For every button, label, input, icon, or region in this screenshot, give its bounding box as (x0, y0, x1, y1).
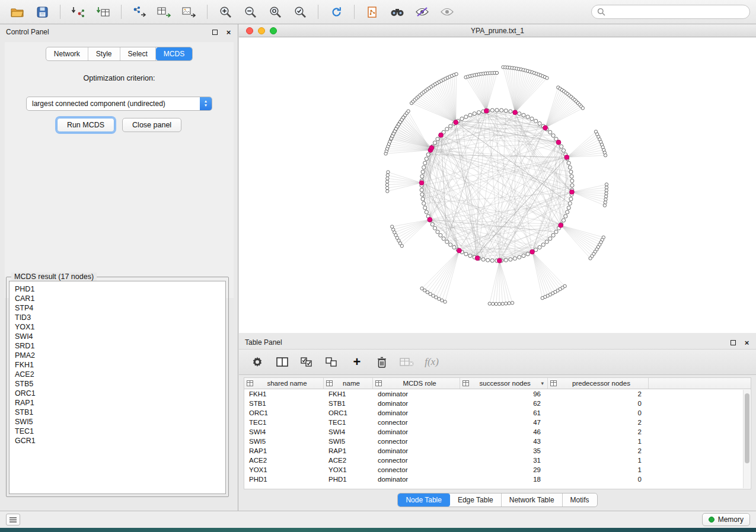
column-header-predecessor-nodes[interactable]: predecessor nodes (548, 378, 649, 389)
float-panel-icon[interactable] (730, 339, 736, 346)
node-table: shared name name MCDS role (244, 377, 751, 489)
mcds-result-item[interactable]: ORC1 (15, 389, 225, 398)
close-panel-button[interactable]: Close panel (122, 118, 181, 132)
show-all-button[interactable] (436, 3, 458, 21)
maximize-window-icon[interactable] (270, 27, 277, 34)
cell-name: RAP1 (324, 446, 373, 456)
tab-network-table[interactable]: Network Table (502, 493, 563, 507)
column-header-name[interactable]: name (324, 378, 373, 389)
table-row[interactable]: PHD1 PHD1 dominator 18 0 (244, 475, 751, 484)
scrollbar-thumb[interactable] (745, 393, 749, 463)
mcds-result-item[interactable]: TEC1 (15, 427, 225, 436)
tab-edge-table[interactable]: Edge Table (450, 493, 502, 507)
mcds-result-item[interactable]: STB1 (15, 408, 225, 417)
column-header-successor-nodes[interactable]: successor nodes ▾ (460, 378, 548, 389)
close-window-icon[interactable] (246, 27, 253, 34)
task-history-button[interactable] (6, 514, 20, 525)
hide-selected-button[interactable] (411, 3, 433, 21)
mcds-result-title: MCDS result (17 nodes) (11, 273, 97, 281)
add-column-button[interactable]: + (349, 354, 365, 370)
table-row[interactable]: FKH1 FKH1 dominator 96 2 (244, 389, 751, 399)
find-button[interactable] (386, 3, 409, 21)
tab-style[interactable]: Style (88, 47, 120, 60)
table-panel-title: Table Panel (245, 338, 282, 347)
control-panel: Control Panel × Network Style Select MCD… (0, 24, 238, 511)
table-row[interactable]: SWI5 SWI5 connector 43 1 (244, 437, 751, 446)
mcds-result-item[interactable]: YOX1 (15, 322, 225, 332)
tab-select[interactable]: Select (120, 47, 156, 60)
clone-network-button[interactable] (361, 3, 384, 21)
export-network-button[interactable] (128, 3, 151, 21)
mcds-result-item[interactable]: PHD1 (15, 284, 225, 294)
deselect-all-rows-button[interactable] (324, 354, 340, 370)
cell-successor-nodes: 18 (460, 475, 548, 484)
memory-button[interactable]: Memory (702, 513, 750, 526)
save-session-button[interactable] (31, 3, 53, 21)
window-traffic-lights (246, 27, 277, 34)
mcds-result-item[interactable]: SWI5 (15, 417, 225, 427)
refresh-button[interactable] (325, 3, 347, 21)
table-panel: Table Panel × (239, 335, 756, 511)
mcds-result-item[interactable]: SWI4 (15, 332, 225, 341)
mcds-result-groupbox: MCDS result (17 nodes) PHD1 CAR1 STP4 TI… (6, 277, 229, 497)
cell-filler (649, 408, 751, 418)
import-network-button[interactable] (67, 3, 90, 21)
zoom-in-button[interactable] (214, 3, 237, 21)
run-mcds-button[interactable]: Run MCDS (57, 118, 114, 132)
mcds-result-item[interactable]: GCR1 (15, 436, 225, 446)
search-box[interactable] (591, 5, 750, 19)
cell-predecessor-nodes: 2 (548, 389, 649, 399)
zoom-selected-button[interactable] (289, 3, 311, 21)
mcds-result-item[interactable]: STP4 (15, 303, 225, 313)
tab-network[interactable]: Network (46, 47, 88, 60)
column-header-mcds-role[interactable]: MCDS role (373, 378, 460, 389)
table-vertical-scrollbar[interactable] (743, 390, 750, 488)
mcds-result-item[interactable]: ACE2 (15, 370, 225, 379)
table-row[interactable]: STB1 STB1 dominator 62 0 (244, 399, 751, 408)
mcds-result-item[interactable]: TID3 (15, 313, 225, 322)
table-row[interactable]: ORC1 ORC1 dominator 61 0 (244, 408, 751, 418)
mcds-result-item[interactable]: STB5 (15, 379, 225, 389)
zoom-out-button[interactable] (239, 3, 261, 21)
table-row[interactable]: YOX1 YOX1 connector 29 1 (244, 465, 751, 475)
table-row[interactable]: RAP1 RAP1 dominator 35 2 (244, 446, 751, 456)
cell-name: ORC1 (324, 408, 373, 418)
mcds-result-item[interactable]: RAP1 (15, 398, 225, 408)
cell-successor-nodes: 35 (460, 446, 548, 456)
tab-mcds[interactable]: MCDS (156, 47, 192, 60)
zoom-fit-button[interactable] (264, 3, 286, 21)
table-settings-button[interactable] (250, 354, 265, 370)
column-header-icon (550, 380, 557, 386)
delete-column-button[interactable] (374, 354, 390, 370)
mcds-result-list[interactable]: PHD1 CAR1 STP4 TID3 YOX1 SWI4 SRD1 PMA2 … (9, 281, 226, 494)
mcds-result-item[interactable]: PMA2 (15, 351, 225, 360)
close-panel-icon[interactable]: × (744, 339, 750, 346)
import-table-button[interactable] (92, 3, 114, 21)
close-panel-icon[interactable]: × (225, 29, 232, 36)
columns-icon (276, 357, 288, 367)
table-row[interactable]: TEC1 TEC1 connector 47 2 (244, 418, 751, 427)
mcds-result-item[interactable]: CAR1 (15, 294, 225, 303)
table-row[interactable]: ACE2 ACE2 connector 31 1 (244, 456, 751, 465)
float-panel-icon[interactable] (212, 29, 218, 36)
table-row[interactable]: SWI4 SWI4 dominator 46 2 (244, 427, 751, 437)
tab-motifs[interactable]: Motifs (563, 493, 597, 507)
column-header-shared-name[interactable]: shared name (244, 378, 324, 389)
export-table-button[interactable] (153, 3, 176, 21)
mcds-result-item[interactable]: SRD1 (15, 341, 225, 351)
tab-node-table[interactable]: Node Table (398, 493, 450, 507)
network-canvas[interactable] (239, 37, 756, 333)
show-columns-button[interactable] (275, 354, 290, 370)
search-input[interactable] (609, 7, 744, 17)
cell-name: STB1 (324, 399, 373, 408)
toolbar-separator (207, 5, 208, 19)
column-header-icon (375, 380, 382, 386)
network-graph[interactable] (239, 37, 756, 333)
open-file-button[interactable] (6, 3, 28, 21)
mcds-result-item[interactable]: FKH1 (15, 360, 225, 370)
network-window-titlebar[interactable]: YPA_prune.txt_1 (239, 24, 756, 37)
optimization-criterion-dropdown[interactable]: largest connected component (undirected)… (26, 97, 212, 111)
minimize-window-icon[interactable] (258, 27, 265, 34)
export-image-button[interactable] (178, 3, 200, 21)
select-all-rows-button[interactable] (299, 354, 315, 370)
